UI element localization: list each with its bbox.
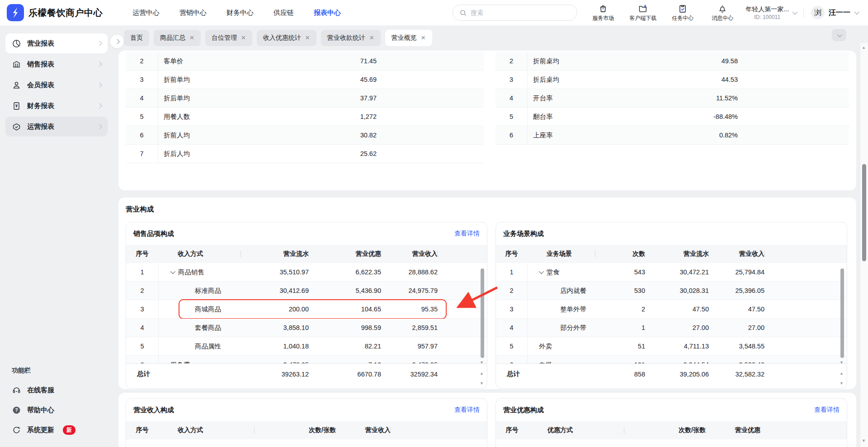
row-name: 商品属性 — [158, 337, 241, 355]
tab-label: 商品汇总 — [160, 34, 185, 42]
footer-title: 功能栏 — [6, 367, 107, 375]
table-row: 3整单外带247.5047.50 — [496, 300, 847, 319]
tab-business-overview[interactable]: 营业概览 ✕ — [385, 30, 432, 46]
message-center-button[interactable]: 消息中心 — [708, 4, 736, 22]
chevron-down-icon — [793, 9, 797, 14]
metric-name: 折后单均 — [158, 89, 286, 107]
close-icon[interactable]: ✕ — [189, 35, 194, 41]
card-title: 营业收入构成 — [133, 406, 174, 414]
client-download-button[interactable]: 客户端下载 — [629, 4, 657, 22]
header-index: 序号 — [496, 421, 528, 439]
row-index: 2 — [126, 52, 158, 70]
scroll-down-icon[interactable]: ▼ — [480, 381, 484, 386]
metric-value: 71.45 — [286, 52, 377, 70]
help-center-button[interactable]: ? 帮助中心 — [6, 400, 107, 420]
tab-list-collapse-button[interactable] — [832, 29, 846, 41]
header-count: 次数 — [595, 245, 645, 263]
nav-marketing-center[interactable]: 营销中心 — [179, 9, 207, 17]
sidebar-item-sales-report[interactable]: 销售报表 — [5, 54, 108, 74]
scroll-up-icon[interactable]: ▲ — [480, 372, 484, 376]
business-composition-card: 营业构成 销售品项构成 查看详情 序号 收入方式 营业流水 营业优惠 营业收入 … — [118, 198, 856, 389]
row-name: 整单外带 — [527, 300, 595, 318]
sidebar-item-member-report[interactable]: 会员报表 — [5, 75, 108, 95]
search-input[interactable] — [471, 9, 571, 16]
section-title: 营业构成 — [126, 205, 154, 214]
scrollbar-thumb[interactable] — [481, 268, 484, 358]
expand-caret-icon[interactable] — [170, 269, 175, 274]
sidebar-item-label: 会员报表 — [27, 81, 92, 89]
row-value: 957.97 — [381, 337, 438, 355]
tab-goods-summary[interactable]: 商品汇总 ✕ — [154, 30, 201, 46]
task-center-button[interactable]: 任务中心 — [669, 4, 697, 22]
header-income: 营业收入 — [336, 421, 391, 439]
sidebar-nav: 营业报表 销售报表 会员报表 财务报表 运营报表 — [0, 26, 113, 136]
tab-payment-stats[interactable]: 营业收款统计 ✕ — [321, 30, 381, 46]
view-details-link[interactable]: 查看详情 — [454, 230, 480, 238]
spacer — [764, 263, 847, 281]
nav-operation-center[interactable]: 运营中心 — [132, 9, 160, 17]
system-update-button[interactable]: 系统更新 新 — [6, 420, 107, 440]
scroll-down-icon[interactable]: ▼ — [480, 361, 484, 365]
total-value: 39,205.06 — [645, 371, 709, 378]
table-row-highlighted: 3商城商品200.00104.6595.35 — [126, 300, 487, 319]
nav-supply-chain[interactable]: 供应链 — [274, 9, 294, 17]
close-icon[interactable]: ✕ — [369, 35, 374, 41]
tab-home[interactable]: 首页 — [124, 30, 149, 46]
message-center-label: 消息中心 — [712, 14, 733, 22]
brand-title: 乐檬餐饮商户中心 — [28, 7, 103, 19]
spacer — [764, 319, 847, 337]
tab-table-management[interactable]: 台位管理 ✕ — [205, 30, 252, 46]
table-header: 序号 业务场景 次数 营业流水 营业收入 — [496, 245, 847, 263]
row-name: 堂食 — [527, 263, 595, 281]
scroll-down-icon[interactable]: ▼ — [840, 361, 844, 365]
row-value: 51 — [595, 337, 645, 355]
sidebar-collapse-handle[interactable] — [110, 35, 124, 48]
store-selector[interactable]: 年轻人第一家... ID: 100011 — [745, 5, 796, 20]
scroll-down-icon[interactable]: ▼ — [840, 381, 844, 386]
nav-report-center[interactable]: 报表中心 — [314, 9, 341, 17]
avatar: 浏 — [811, 6, 825, 19]
scrollbar-thumb[interactable] — [840, 268, 844, 358]
close-icon[interactable]: ✕ — [305, 35, 310, 41]
close-icon[interactable]: ✕ — [241, 35, 246, 41]
tab-income-discount-stats[interactable]: 收入优惠统计 ✕ — [257, 30, 316, 46]
online-support-button[interactable]: 在线客服 — [6, 380, 107, 400]
row-value: 998.59 — [309, 319, 381, 337]
search-box[interactable] — [453, 5, 577, 21]
new-badge: 新 — [63, 425, 75, 435]
scrollbar-thumb[interactable] — [862, 164, 866, 261]
row-index: 2 — [496, 282, 527, 300]
client-download-icon — [638, 4, 648, 14]
view-details-link[interactable]: 查看详情 — [814, 406, 840, 414]
row-value: 24,975.79 — [381, 282, 438, 300]
row-index: 1 — [496, 263, 527, 281]
spacer — [438, 319, 487, 337]
table-row: 4开台率11.52% — [495, 89, 849, 108]
sidebar-item-operation-report[interactable]: 运营报表 — [5, 117, 108, 136]
metric-name: 折前人均 — [158, 126, 286, 144]
expand-caret-icon[interactable] — [539, 269, 544, 274]
scroll-up-icon[interactable]: ▲ — [862, 46, 866, 50]
sidebar-item-business-report[interactable]: 营业报表 — [5, 33, 108, 53]
row-name: 商品销售 — [158, 263, 241, 281]
page-scrollbar[interactable]: ▲ ▼ — [860, 43, 868, 447]
scroll-down-icon[interactable]: ▼ — [862, 439, 866, 443]
row-index: 3 — [126, 71, 158, 89]
service-market-button[interactable]: 服务市场 — [589, 4, 617, 22]
sidebar-item-finance-report[interactable]: 财务报表 — [5, 96, 108, 116]
view-details-link[interactable]: 查看详情 — [454, 406, 480, 414]
header-discount: 营业优惠 — [706, 421, 760, 439]
discount-composition-card: 营业优惠构成 查看详情 序号 优惠方式 次数/张数 营业优惠 — [495, 398, 847, 447]
user-menu[interactable]: 浏 汪一一 — [811, 6, 858, 19]
table-row: 1商品销售35,510.976,622.3528,888.62 — [126, 263, 487, 282]
nav-finance-center[interactable]: 财务中心 — [226, 9, 254, 17]
metric-value: -88.48% — [647, 108, 738, 126]
row-index: 6 — [496, 356, 527, 363]
metric-name: 开台率 — [527, 89, 647, 107]
close-icon[interactable]: ✕ — [421, 35, 426, 41]
scroll-up-icon[interactable]: ▲ — [840, 372, 844, 376]
sidebar-footer: 功能栏 在线客服 ? 帮助中心 系统更新 新 — [6, 367, 107, 440]
headset-icon — [12, 386, 21, 395]
svg-text:?: ? — [15, 407, 18, 413]
row-value: 200.00 — [241, 300, 309, 318]
